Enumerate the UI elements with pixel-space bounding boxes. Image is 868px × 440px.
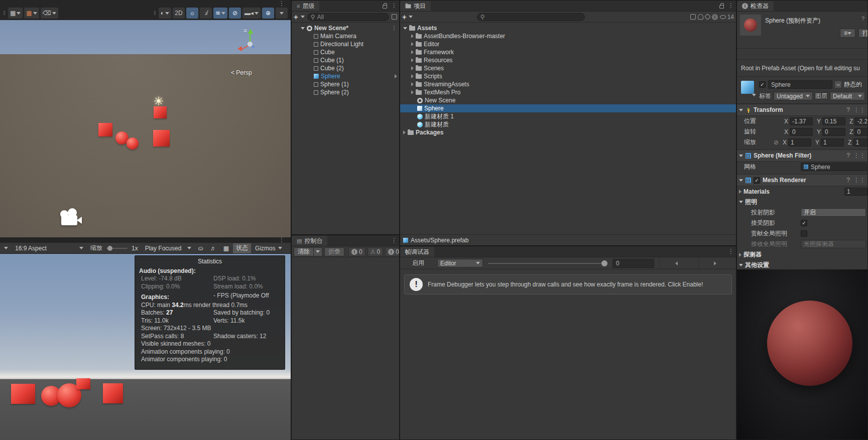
create-button[interactable]: + (294, 13, 298, 21)
rotation-y-field[interactable]: 0 (822, 128, 845, 136)
project-row-assets[interactable]: Assets (400, 24, 736, 32)
scene-sphere[interactable] (127, 137, 139, 150)
create-caret-icon[interactable] (301, 16, 305, 18)
help-icon[interactable]: ? (846, 177, 850, 184)
contribute-gi-checkbox[interactable] (801, 230, 807, 237)
stats-toggle[interactable]: 状态 (233, 243, 251, 253)
additional-settings-foldout[interactable]: 其他设置 (737, 260, 867, 270)
scene-cube[interactable] (153, 130, 170, 146)
grid-visibility-button[interactable]: ▦ (8, 8, 23, 19)
grid-snap-button[interactable]: ▩ (24, 8, 39, 19)
search-window-icon[interactable] (392, 14, 397, 20)
hidden-count-badge[interactable]: 14 (720, 14, 734, 21)
scene-cube[interactable] (154, 106, 167, 118)
help-icon[interactable]: ? (846, 152, 850, 159)
hierarchy-item[interactable]: Main Camera (292, 32, 399, 40)
project-row[interactable]: Editor (400, 40, 736, 48)
lock-icon[interactable] (383, 5, 387, 9)
gizmos-dropdown[interactable]: Gizmos (252, 243, 285, 253)
scene-options-icon[interactable]: ⋮ (391, 25, 397, 32)
frame-slider[interactable] (488, 263, 607, 264)
hierarchy-item[interactable]: Cube (2) (292, 64, 399, 72)
create-asset-button[interactable]: + (402, 13, 407, 21)
mesh-renderer-enabled-checkbox[interactable]: ✓ (754, 177, 760, 184)
properties-dropdown-button[interactable]: ≡ (840, 29, 855, 38)
receive-shadows-checkbox[interactable]: ✓ (801, 220, 807, 226)
clear-button[interactable]: 清除 (294, 247, 314, 256)
tag-dropdown[interactable]: Untagged (774, 92, 813, 100)
scene-audio-mute-toggle[interactable]: ♪̸ (200, 8, 212, 19)
hierarchy-item[interactable]: Sphere (2) (292, 88, 399, 96)
toolbar-grip-icon[interactable]: ‖ (154, 10, 156, 17)
position-x-field[interactable]: -1.37 (790, 117, 813, 125)
debug-icon[interactable]: ⛀ (195, 243, 206, 253)
snap-increment-button[interactable]: ⌫ (41, 8, 58, 19)
project-row-sphere-selected[interactable]: Sphere (400, 104, 736, 112)
tab-hierarchy[interactable]: ≡层级 (292, 1, 319, 11)
clear-dropdown-icon[interactable] (314, 247, 322, 256)
next-frame-button[interactable] (698, 258, 732, 268)
link-scale-icon[interactable]: ⊘ (774, 139, 779, 146)
project-menu-icon[interactable]: ⋮ (728, 2, 734, 9)
search-type-icon[interactable] (698, 14, 703, 20)
scale-x-field[interactable]: 1 (788, 138, 811, 146)
create-asset-caret-icon[interactable] (409, 16, 413, 18)
help-icon[interactable]: ? (861, 16, 864, 22)
game-viewport[interactable]: Statistics Audio (suspended): Level: -74… (0, 254, 291, 440)
target-dropdown[interactable]: Editor (437, 259, 483, 267)
project-row[interactable]: Scripts (400, 72, 736, 80)
project-row-packages[interactable]: Packages (400, 128, 736, 136)
probes-foldout[interactable]: 探测器 (737, 249, 867, 260)
tab-console[interactable]: ▤控制台 (292, 236, 327, 246)
prev-frame-button[interactable] (659, 258, 693, 268)
hierarchy-item[interactable]: Directional Light (292, 40, 399, 48)
project-row[interactable]: StreamingAssets (400, 80, 736, 88)
aspect-ratio-dropdown[interactable]: 16:9 Aspect (12, 243, 86, 253)
open-prefab-button[interactable]: 打开 (858, 29, 868, 38)
project-row[interactable]: Resources (400, 56, 736, 64)
frame-number-field[interactable]: 0 (612, 259, 654, 268)
lighting-foldout[interactable]: 照明 (737, 197, 867, 207)
alert-icon[interactable]: ! (712, 14, 718, 20)
project-row[interactable]: 新建材质 1 (400, 112, 736, 120)
scene-effects-toggle[interactable]: ≋ (213, 8, 227, 19)
hierarchy-item[interactable]: Sphere (1) (292, 80, 399, 88)
display-dropdown[interactable] (1, 243, 11, 253)
rotation-z-field[interactable]: 0 (854, 128, 868, 136)
hierarchy-item[interactable]: Cube (292, 48, 399, 56)
gizmo-dropdown-button[interactable] (276, 8, 288, 19)
project-row[interactable]: AssetBundles-Browser-master (400, 32, 736, 40)
scene-orientation-gizmo[interactable]: = (233, 26, 264, 56)
project-search-input[interactable]: ⚲ (477, 13, 585, 21)
scene-lighting-toggle[interactable]: ☼ (186, 8, 198, 19)
scene-cube[interactable] (98, 123, 112, 136)
hierarchy-item[interactable]: Cube (1) (292, 56, 399, 64)
hierarchy-search-input[interactable]: ⚲All (307, 13, 389, 21)
help-icon[interactable]: ? (846, 106, 850, 113)
position-y-field[interactable]: 0.15 (822, 117, 845, 125)
scene-visibility-toggle[interactable]: ⊘ (229, 8, 241, 19)
mesh-filter-header[interactable]: Sphere (Mesh Filter) ?⋮⋮ (737, 150, 867, 162)
project-row[interactable]: TextMesh Pro (400, 88, 736, 96)
search-window-icon[interactable] (690, 14, 696, 20)
mute-audio-icon[interactable]: ♬ (207, 243, 219, 253)
rotation-x-field[interactable]: 0 (790, 128, 813, 136)
scene-viewport[interactable]: = < Persp ☀ (0, 20, 291, 237)
input-icon[interactable]: ▦ (220, 243, 232, 253)
error-count-badge[interactable]: !0 (385, 247, 400, 256)
2d-toggle-button[interactable]: 2D (173, 8, 185, 19)
camera-gizmo[interactable] (60, 208, 86, 227)
lock-icon[interactable] (719, 5, 724, 9)
tab-inspector[interactable]: i检查器 (737, 1, 774, 11)
scene-root-row[interactable]: New Scene* ⋮ (292, 24, 399, 32)
mesh-object-field[interactable]: Sphere (801, 163, 867, 171)
info-count-badge[interactable]: !0 (348, 247, 365, 256)
scale-y-field[interactable]: 1 (821, 138, 844, 146)
play-focused-dropdown[interactable]: Play Focused (142, 243, 194, 253)
console-menu-icon[interactable]: ⋮ (391, 237, 397, 244)
scene-camera-settings-button[interactable]: ▬◂ (242, 8, 261, 19)
name-field[interactable]: Sphere (768, 80, 832, 89)
active-checkbox[interactable]: ✓ (759, 81, 766, 88)
prefab-open-chevron-icon[interactable] (395, 74, 397, 78)
scale-z-field[interactable]: 1 (853, 138, 868, 146)
